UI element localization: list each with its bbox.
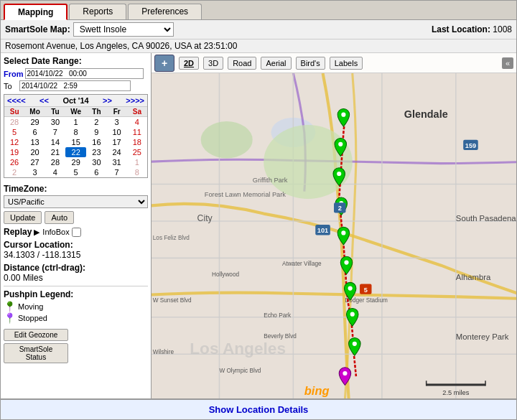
svg-text:Alhambra: Alhambra	[456, 273, 491, 281]
calendar-day[interactable]: 14	[45, 137, 65, 147]
calendar-day[interactable]: 27	[24, 157, 45, 167]
map-area[interactable]: + 2D 3D Road Aerial Bird's Labels «	[152, 53, 516, 398]
calendar-day[interactable]: 7	[107, 167, 127, 177]
svg-point-30	[341, 113, 345, 117]
calendar-day[interactable]: 4	[45, 167, 65, 177]
svg-text:159: 159	[465, 142, 476, 149]
footer[interactable]: Show Location Details	[1, 398, 516, 419]
cal-next-btn[interactable]: >>	[103, 96, 112, 105]
calendar-day[interactable]: 17	[107, 137, 127, 147]
cal-next-next-btn[interactable]: >>>>	[126, 96, 144, 105]
calendar-day[interactable]: 24	[107, 147, 127, 157]
header-row: SmartSole Map: Swett Insole Last Locatio…	[1, 20, 516, 39]
calendar-day[interactable]: 4	[127, 117, 147, 128]
calendar-day[interactable]: 1	[127, 157, 147, 167]
to-date-input[interactable]	[19, 80, 131, 91]
last-location-value: 1008	[493, 24, 512, 34]
svg-text:City: City	[197, 213, 213, 223]
map-view-birds[interactable]: Bird's	[296, 57, 325, 70]
map-view-aerial[interactable]: Aerial	[261, 57, 291, 70]
calendar-day[interactable]: 7	[45, 127, 65, 137]
calendar-day[interactable]: 26	[4, 157, 24, 167]
calendar-day[interactable]: 11	[127, 127, 147, 137]
calendar-table: SuMoTuWeThFrSa 2829301234567891011121314…	[4, 107, 147, 177]
calendar-day[interactable]: 13	[24, 137, 45, 147]
calendar-day[interactable]: 30	[86, 157, 106, 167]
from-date-input[interactable]	[25, 68, 144, 79]
calendar-day[interactable]: 6	[86, 167, 106, 177]
cal-month-label: Oct '14	[62, 96, 88, 105]
calendar-day[interactable]: 19	[4, 147, 24, 157]
app-container: Mapping Reports Preferences SmartSole Ma…	[0, 0, 517, 420]
smartsole-map-select[interactable]: Swett Insole	[73, 22, 174, 37]
calendar-day[interactable]: 18	[127, 137, 147, 147]
calendar-day[interactable]: 2	[86, 117, 106, 128]
calendar-day[interactable]: 25	[127, 147, 147, 157]
calendar-day[interactable]: 23	[86, 147, 106, 157]
cursor-value: 34.1303 / -118.1315	[4, 250, 80, 260]
calendar-day[interactable]: 29	[24, 117, 45, 128]
calendar-day[interactable]: 29	[65, 157, 86, 167]
calendar-day[interactable]: 16	[86, 137, 106, 147]
calendar-day[interactable]: 5	[4, 127, 24, 137]
map-collapse-button[interactable]: «	[502, 57, 513, 69]
calendar-day[interactable]: 3	[107, 117, 127, 128]
calendar-day[interactable]: 21	[45, 147, 65, 157]
calendar-day[interactable]: 28	[4, 117, 24, 128]
calendar-day[interactable]: 28	[45, 157, 65, 167]
distance-section: Distance (ctrl-drag): 0.00 Miles	[4, 263, 148, 283]
svg-text:Forest Lawn Memorial Park: Forest Lawn Memorial Park	[205, 191, 286, 198]
svg-point-37	[350, 312, 355, 317]
calendar-day[interactable]: 12	[4, 137, 24, 147]
cursor-label: Cursor Location:	[4, 240, 73, 250]
calendar-day[interactable]: 2	[4, 167, 24, 177]
map-nav-control[interactable]: +	[154, 55, 174, 72]
replay-row: Replay ▶ InfoBox	[4, 227, 148, 237]
pushpin-magenta-icon: 📍	[4, 313, 16, 323]
map-labels-btn[interactable]: Labels	[330, 57, 363, 70]
calendar-day[interactable]: 31	[107, 157, 127, 167]
map-view-3d[interactable]: 3D	[203, 57, 223, 70]
svg-text:W Sunset Blvd: W Sunset Blvd	[153, 297, 192, 304]
calendar-day[interactable]: 30	[45, 117, 65, 128]
svg-point-34	[341, 230, 345, 235]
map-view-road[interactable]: Road	[228, 57, 256, 70]
edit-geozone-button[interactable]: Edit Geozone	[4, 329, 68, 341]
tab-preferences[interactable]: Preferences	[128, 4, 202, 19]
calendar-day[interactable]: 22	[65, 147, 86, 157]
from-label: From	[4, 70, 24, 78]
update-button[interactable]: Update	[4, 211, 42, 224]
calendar-day[interactable]: 15	[65, 137, 86, 147]
smartsole-status-button[interactable]: SmartSole Status	[4, 343, 68, 363]
calendar-day[interactable]: 10	[107, 127, 127, 137]
svg-text:Hollywood: Hollywood	[212, 271, 239, 278]
pushpin-moving: 📍 Moving	[4, 302, 148, 312]
calendar-day[interactable]: 3	[24, 167, 45, 177]
distance-value: 0.00 Miles	[4, 273, 43, 283]
infobox-checkbox[interactable]	[72, 228, 81, 237]
auto-button[interactable]: Auto	[45, 211, 74, 224]
svg-point-39	[343, 371, 347, 375]
tab-reports[interactable]: Reports	[69, 4, 126, 19]
calendar: <<<< << Oct '14 >> >>>> SuMoTuWeThFrSa 2…	[4, 94, 148, 178]
cal-prev-btn[interactable]: <<	[39, 96, 49, 105]
calendar-day[interactable]: 6	[24, 127, 45, 137]
from-row: From	[4, 68, 148, 79]
play-button[interactable]: ▶	[34, 228, 39, 237]
tab-mapping[interactable]: Mapping	[4, 4, 67, 20]
timezone-label: TimeZone:	[4, 184, 148, 194]
calendar-day[interactable]: 9	[86, 127, 106, 137]
svg-point-12	[201, 121, 253, 158]
show-location-details-link[interactable]: Show Location Details	[209, 404, 309, 415]
map-view-2d[interactable]: 2D	[179, 57, 199, 70]
calendar-day[interactable]: 8	[65, 127, 86, 137]
cal-prev-prev-btn[interactable]: <<<<	[7, 96, 26, 105]
timezone-select[interactable]: US/Pacific US/Eastern US/Central US/Moun…	[4, 195, 148, 208]
pushpin-stopped-label: Stopped	[18, 314, 47, 322]
calendar-day[interactable]: 1	[65, 117, 86, 128]
calendar-day[interactable]: 8	[127, 167, 147, 177]
date-range-label: Select Date Range:	[4, 56, 148, 66]
calendar-day[interactable]: 20	[24, 147, 45, 157]
content-area: SmartSole Map: Swett Insole Last Locatio…	[1, 20, 516, 419]
calendar-day[interactable]: 5	[65, 167, 86, 177]
